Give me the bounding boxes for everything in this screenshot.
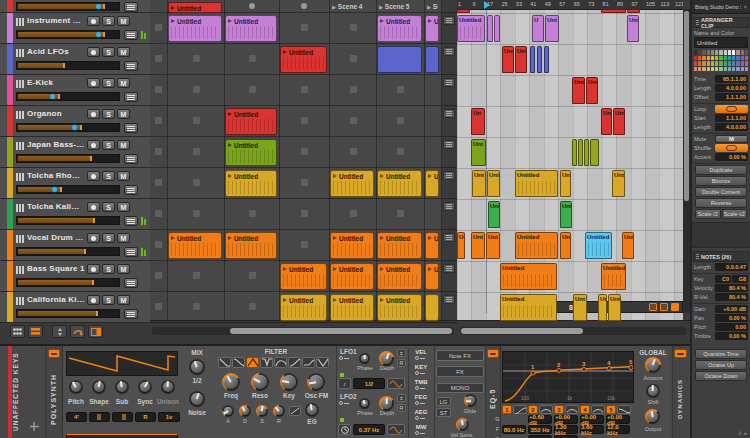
sync-value[interactable]: R — [135, 412, 156, 422]
record-arm-button[interactable] — [87, 295, 100, 305]
clip-slot[interactable] — [301, 117, 308, 124]
color-swatch[interactable] — [715, 56, 718, 61]
mod-source-tmb[interactable]: TMB — [409, 378, 433, 393]
eq-band-1-type-button[interactable] — [513, 405, 527, 414]
arranger-clip[interactable]: Unt — [471, 232, 485, 259]
clip-slot[interactable] — [193, 86, 200, 93]
color-swatch[interactable] — [741, 50, 744, 55]
color-swatch[interactable] — [698, 56, 701, 61]
color-swatch[interactable] — [711, 67, 714, 72]
color-swatch[interactable] — [745, 61, 748, 66]
color-swatch[interactable] — [728, 67, 731, 72]
color-swatch[interactable] — [724, 50, 727, 55]
attack-knob[interactable] — [222, 405, 234, 417]
track-menu-button[interactable] — [124, 30, 138, 40]
record-arm-button[interactable] — [87, 47, 100, 57]
color-swatch[interactable] — [745, 67, 748, 72]
volume-slider[interactable] — [16, 2, 120, 11]
color-swatch[interactable] — [719, 56, 722, 61]
mute-button[interactable]: M — [117, 264, 130, 274]
mute-button[interactable]: M — [117, 171, 130, 181]
sync-knob[interactable] — [138, 380, 152, 394]
color-swatch[interactable] — [711, 50, 714, 55]
track-menu-button[interactable] — [124, 92, 138, 102]
arranger-clip[interactable]: Un — [457, 232, 465, 259]
color-swatch[interactable] — [694, 67, 697, 72]
start-value[interactable]: 1.1.1.00 — [715, 114, 748, 122]
launcher-clip[interactable]: Untitled — [377, 15, 422, 42]
arranger-vertical-scrollbar[interactable] — [683, 9, 690, 313]
arranger-clip[interactable]: Unt — [488, 201, 500, 228]
color-swatch[interactable] — [724, 56, 727, 61]
track-menu-button[interactable] — [124, 309, 138, 319]
clip-slot[interactable] — [301, 210, 308, 217]
st-button[interactable]: ST — [436, 408, 451, 417]
mute-button[interactable]: M — [117, 78, 130, 88]
launcher-clip[interactable]: Untitled — [330, 232, 374, 259]
arranger-clip[interactable]: Untitled — [515, 170, 558, 197]
track-launcher-menu-button[interactable] — [443, 233, 455, 242]
launcher-clip[interactable]: Unt — [425, 15, 439, 42]
launcher-clip[interactable]: Untitled — [330, 294, 374, 321]
mod-route-icon[interactable] — [415, 371, 427, 375]
volume-slider[interactable] — [16, 154, 120, 163]
arranger-clip[interactable]: Untitled — [585, 232, 612, 259]
magnet-icon[interactable] — [649, 303, 657, 311]
accent-value[interactable]: 0.00 % — [715, 153, 748, 161]
eq-value[interactable]: +0.60 dB — [528, 415, 552, 424]
arranger-clip[interactable]: Unt — [560, 232, 571, 259]
color-swatch[interactable] — [728, 61, 731, 66]
unison-knob[interactable] — [161, 380, 175, 394]
eq-band-1-button[interactable]: 1 — [502, 405, 512, 414]
clip-slot[interactable] — [301, 86, 308, 93]
mod-source-mw[interactable]: MW — [409, 423, 433, 438]
mute-button[interactable]: M — [715, 135, 748, 143]
color-swatch[interactable] — [698, 50, 701, 55]
clip-stop-button[interactable] — [155, 210, 162, 217]
color-swatch[interactable] — [741, 61, 744, 66]
solo-button[interactable]: S — [102, 109, 115, 119]
pointer-icon[interactable]: ▸ — [744, 430, 747, 436]
color-swatch[interactable] — [736, 61, 739, 66]
color-swatch[interactable] — [715, 67, 718, 72]
env-slope-button[interactable] — [289, 406, 301, 416]
mute-button[interactable]: M — [117, 202, 130, 212]
volume-slider[interactable] — [16, 92, 120, 101]
color-swatch[interactable] — [741, 56, 744, 61]
color-swatch[interactable] — [724, 61, 727, 66]
noise-knob[interactable] — [189, 391, 205, 407]
mod-route-icon[interactable] — [415, 356, 427, 360]
output-knob[interactable] — [645, 409, 660, 424]
scrollbar-thumb[interactable] — [230, 328, 452, 334]
mute-button[interactable]: M — [117, 140, 130, 150]
track-header[interactable]: Tolcha Kali…SM — [0, 199, 150, 230]
launcher-clip[interactable] — [425, 294, 439, 321]
offset-value[interactable]: 1.1.1.00 — [715, 93, 748, 101]
volume-slider[interactable] — [16, 123, 120, 132]
timbre-value[interactable]: 0.00 % — [715, 332, 748, 340]
sort-icon[interactable] — [52, 325, 67, 338]
lfo2-polarity-button[interactable]: ± — [397, 394, 406, 402]
device-enable-button[interactable] — [48, 349, 60, 358]
track-launcher-menu-button[interactable] — [443, 140, 455, 149]
track-header[interactable]: Instrument …SM — [0, 13, 150, 44]
arranger-timeline[interactable] — [457, 0, 683, 320]
record-arm-button[interactable] — [87, 171, 100, 181]
shift-knob[interactable] — [646, 384, 660, 398]
launcher-clip[interactable]: Untitled — [168, 15, 222, 42]
oscfm-knob[interactable] — [307, 373, 325, 391]
launcher-clip[interactable]: Untitled — [225, 108, 277, 135]
color-swatch[interactable] — [707, 61, 710, 66]
color-swatch[interactable] — [728, 56, 731, 61]
clip-slot[interactable] — [350, 210, 357, 217]
track-header[interactable]: Vocal Drum …SM — [0, 230, 150, 261]
shuffle-toggle[interactable] — [715, 144, 748, 152]
eg-knob[interactable] — [305, 403, 319, 417]
pitch-value[interactable]: 0.00 — [715, 323, 748, 331]
octave-down-button[interactable]: Octave Down — [695, 371, 747, 381]
launcher-clip[interactable]: Untitled — [377, 294, 422, 321]
track-launcher-menu-button[interactable] — [443, 109, 455, 118]
sustain-knob[interactable] — [256, 405, 268, 417]
clip-slot[interactable] — [193, 148, 200, 155]
key-low-value[interactable]: C0 — [715, 275, 731, 283]
